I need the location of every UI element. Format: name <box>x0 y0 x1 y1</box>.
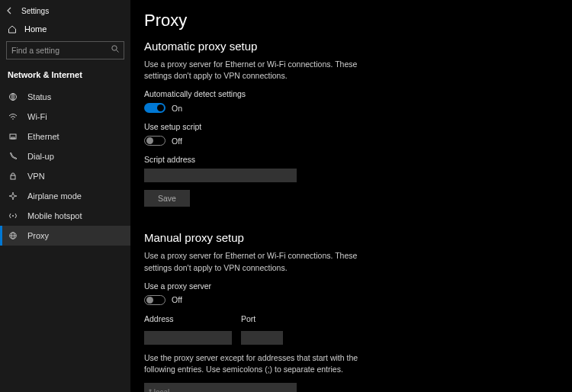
auto-save-button[interactable]: Save <box>144 190 190 207</box>
section-header: Network & Internet <box>0 67 130 87</box>
svg-point-9 <box>12 215 14 217</box>
nav-list: Status Wi-Fi Ethernet Dial-up VPN Airpla… <box>0 87 130 246</box>
use-proxy-toggle[interactable] <box>144 295 165 305</box>
home-icon <box>8 24 17 34</box>
search-input[interactable] <box>6 41 124 59</box>
script-address-label: Script address <box>144 155 558 164</box>
sidebar-item-vpn[interactable]: VPN <box>0 166 130 186</box>
proxy-icon <box>8 231 18 240</box>
airplane-icon <box>8 191 18 201</box>
main-content: Proxy Automatic proxy setup Use a proxy … <box>130 0 572 392</box>
back-icon[interactable] <box>6 7 14 14</box>
sidebar: Settings Home Network & Internet Status <box>0 0 130 392</box>
sidebar-item-label: Proxy <box>27 231 49 240</box>
sidebar-item-status[interactable]: Status <box>0 87 130 107</box>
titlebar: Settings <box>0 3 130 18</box>
auto-heading: Automatic proxy setup <box>144 40 558 53</box>
sidebar-item-dialup[interactable]: Dial-up <box>0 146 130 166</box>
svg-line-1 <box>117 50 119 53</box>
home-label: Home <box>24 24 47 34</box>
use-script-label: Use setup script <box>144 122 558 131</box>
auto-detect-state: On <box>172 104 182 113</box>
svg-point-0 <box>112 46 117 50</box>
search-box[interactable] <box>6 41 124 59</box>
manual-desc: Use a proxy server for Ethernet or Wi-Fi… <box>144 250 381 273</box>
dialup-icon <box>8 152 18 161</box>
port-label: Port <box>241 314 283 323</box>
port-input[interactable] <box>241 331 283 345</box>
sidebar-item-label: VPN <box>27 172 45 181</box>
auto-desc: Use a proxy server for Ethernet or Wi-Fi… <box>144 59 381 82</box>
svg-rect-8 <box>11 175 15 179</box>
sidebar-item-label: Dial-up <box>27 152 54 161</box>
exceptions-desc: Use the proxy server except for addresse… <box>144 352 388 375</box>
manual-heading: Manual proxy setup <box>144 231 558 244</box>
exceptions-input[interactable]: *.local <box>144 383 297 392</box>
sidebar-item-label: Ethernet <box>27 132 59 141</box>
vpn-icon <box>8 172 18 181</box>
sidebar-item-airplane[interactable]: Airplane mode <box>0 186 130 206</box>
address-input[interactable] <box>144 331 232 345</box>
use-script-toggle[interactable] <box>144 136 165 146</box>
auto-detect-toggle[interactable] <box>144 103 165 113</box>
sidebar-item-label: Wi-Fi <box>27 112 47 121</box>
exceptions-value: *.local <box>149 388 169 392</box>
sidebar-item-hotspot[interactable]: Mobile hotspot <box>0 206 130 226</box>
ethernet-icon <box>8 132 18 141</box>
sidebar-item-label: Status <box>27 92 51 101</box>
page-title: Proxy <box>144 11 558 31</box>
svg-rect-7 <box>11 137 14 139</box>
sidebar-item-ethernet[interactable]: Ethernet <box>0 127 130 146</box>
address-label: Address <box>144 314 232 323</box>
home-nav[interactable]: Home <box>0 18 130 41</box>
sidebar-item-label: Mobile hotspot <box>27 211 82 220</box>
use-proxy-state: Off <box>172 295 182 304</box>
use-script-state: Off <box>172 137 182 146</box>
status-icon <box>8 92 18 101</box>
auto-detect-label: Automatically detect settings <box>144 89 558 98</box>
script-address-input[interactable] <box>144 169 297 182</box>
search-icon <box>111 44 120 53</box>
svg-point-5 <box>12 118 14 120</box>
hotspot-icon <box>8 211 18 220</box>
sidebar-item-proxy[interactable]: Proxy <box>0 226 130 246</box>
wifi-icon <box>8 112 18 121</box>
sidebar-item-wifi[interactable]: Wi-Fi <box>0 107 130 127</box>
svg-rect-6 <box>10 134 16 139</box>
sidebar-item-label: Airplane mode <box>27 191 82 201</box>
app-title: Settings <box>21 7 49 15</box>
use-proxy-label: Use a proxy server <box>144 281 558 291</box>
